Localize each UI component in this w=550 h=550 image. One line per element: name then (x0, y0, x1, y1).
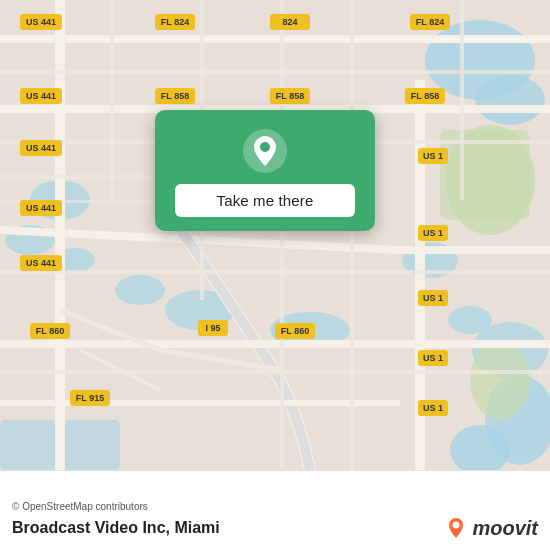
svg-rect-25 (0, 70, 550, 74)
svg-text:US 1: US 1 (423, 353, 443, 363)
svg-text:US 1: US 1 (423, 228, 443, 238)
svg-text:FL 860: FL 860 (36, 326, 64, 336)
location-popup: Take me there (155, 110, 375, 231)
svg-point-77 (260, 142, 270, 152)
svg-rect-29 (0, 270, 550, 274)
moovit-logo: moovit (444, 516, 538, 540)
svg-point-7 (115, 275, 165, 305)
svg-text:US 1: US 1 (423, 151, 443, 161)
attribution-text: © OpenStreetMap contributors (12, 501, 538, 512)
svg-point-17 (470, 340, 530, 420)
moovit-pin-icon (444, 516, 468, 540)
take-me-there-button[interactable]: Take me there (175, 184, 355, 217)
svg-text:FL 858: FL 858 (161, 91, 189, 101)
svg-point-2 (475, 75, 545, 125)
svg-text:I 95: I 95 (205, 323, 220, 333)
svg-text:FL 860: FL 860 (281, 326, 309, 336)
bottom-bar: © OpenStreetMap contributors Broadcast V… (0, 470, 550, 550)
map-container: US 441 US 441 US 441 US 441 US 441 FL 82… (0, 0, 550, 470)
svg-text:US 441: US 441 (26, 91, 56, 101)
svg-text:FL 858: FL 858 (411, 91, 439, 101)
svg-text:FL 915: FL 915 (76, 393, 104, 403)
svg-text:US 441: US 441 (26, 17, 56, 27)
svg-text:FL 824: FL 824 (416, 17, 444, 27)
svg-text:US 1: US 1 (423, 293, 443, 303)
location-name: Broadcast Video Inc, Miami (12, 519, 220, 537)
svg-rect-35 (460, 0, 464, 200)
svg-text:US 441: US 441 (26, 203, 56, 213)
svg-text:US 441: US 441 (26, 258, 56, 268)
svg-text:FL 858: FL 858 (276, 91, 304, 101)
svg-rect-33 (280, 0, 284, 470)
svg-point-78 (453, 522, 460, 529)
svg-rect-31 (110, 0, 114, 200)
moovit-brand-text: moovit (472, 517, 538, 540)
svg-rect-19 (0, 38, 550, 40)
pin-icon (242, 128, 288, 174)
svg-text:FL 824: FL 824 (161, 17, 189, 27)
svg-rect-34 (350, 0, 354, 470)
svg-text:US 441: US 441 (26, 143, 56, 153)
svg-text:US 1: US 1 (423, 403, 443, 413)
svg-text:824: 824 (282, 17, 297, 27)
svg-rect-21 (0, 340, 550, 348)
